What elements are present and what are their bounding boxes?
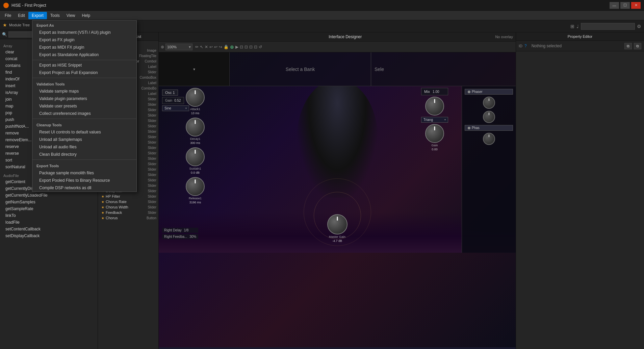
attack1-knob[interactable] <box>186 88 205 107</box>
global-toolbar: ⊕ ↺ ⌂ ☆ ⊞ ♩ ⚙ <box>98 20 644 32</box>
release1-knob[interactable] <box>186 177 205 196</box>
osc1-sine-dropdown[interactable]: Sine ▾ <box>162 105 189 111</box>
right-feedback-display: Right Feedba... 30% <box>162 234 198 239</box>
mix-knob[interactable] <box>425 97 444 116</box>
property-editor-id-label: ID <box>519 44 522 48</box>
cl-item-leftdelay-type: Slider <box>148 168 156 171</box>
release1-knob-container: Release1 3196 ms <box>186 177 205 204</box>
menu-validate-plugin-params[interactable]: Validate plugin parameters <box>32 95 136 102</box>
phaser-knob-3[interactable] <box>483 133 495 145</box>
star-icon-chorusrate: ★ <box>101 200 104 204</box>
search-icon: 🔍 <box>2 32 7 37</box>
cl-item-choruswidth[interactable]: ★ Chorus Width Slider <box>98 204 158 210</box>
sustain1-knob-value: 0.0 dB <box>191 171 200 174</box>
close-button[interactable]: ✕ <box>631 2 641 9</box>
menu-export-snippet[interactable]: Export as HISE Snippet <box>32 61 136 69</box>
settings-icon[interactable]: ⚙ <box>637 24 641 29</box>
phaser-knob-3-container <box>465 133 513 145</box>
menu-export-fx[interactable]: Export as FX plugin <box>32 36 136 44</box>
menu-collect-images[interactable]: Collect unreferenced images <box>32 110 136 117</box>
cl-item-rightfeedback-type: Slider <box>148 184 156 188</box>
menu-export[interactable]: Export <box>28 12 47 19</box>
add-icon[interactable]: ⊕ <box>230 44 234 50</box>
property-editor-paste-btn[interactable]: ⧉ <box>634 43 641 49</box>
reset-icon[interactable]: ↺ <box>259 45 262 49</box>
align-left-icon[interactable]: ⊡ <box>240 45 243 49</box>
menu-export-full-expansion[interactable]: Export Project as Full Expansion <box>32 69 136 76</box>
align-center-icon[interactable]: ⊡ <box>244 45 248 49</box>
menu-edit[interactable]: Edit <box>15 12 28 19</box>
redo-icon[interactable]: ↪ <box>219 45 222 49</box>
lock-icon[interactable]: 🔒 <box>224 45 229 49</box>
menu-unload-samplemaps[interactable]: Unload all Samplemaps <box>32 136 136 143</box>
bank-selector-3-panel: Sele <box>371 52 516 86</box>
audiofile-setcontentcallback[interactable]: setContentCallback <box>2 226 96 232</box>
menu-file[interactable]: File <box>1 12 15 19</box>
menu-unload-audio[interactable]: Unload all audio files <box>32 143 136 151</box>
menu-tools[interactable]: Tools <box>47 12 63 19</box>
menu-validate-user-presets[interactable]: Validate user presets <box>32 102 136 110</box>
cl-item-chorusrate[interactable]: ★ Chorus Rate Slider <box>98 199 158 204</box>
audiofile-loadfile[interactable]: loadFile <box>2 219 96 226</box>
cl-item-hpfilter[interactable]: ★ HP Filter Slider <box>98 194 158 199</box>
grid-icon[interactable]: ⊞ <box>570 24 574 29</box>
cl-item-chorus[interactable]: ★ Chorus Button <box>98 215 158 221</box>
music-icon[interactable]: ♩ <box>576 24 579 29</box>
maximize-button[interactable]: ☐ <box>620 2 630 9</box>
audiofile-linkto[interactable]: linkTo <box>2 212 96 219</box>
cl-item-chorusrate-type: Slider <box>148 200 156 204</box>
interface-designer-title: Interface Designer <box>329 34 362 39</box>
phaser-knob-2-container <box>465 111 513 123</box>
menu-clean-build[interactable]: Clean Build directory <box>32 151 136 158</box>
bank-selector-1-dropdown[interactable]: ▾ <box>193 67 195 72</box>
minimize-button[interactable]: — <box>610 2 619 9</box>
play-icon[interactable]: ▶ <box>235 45 238 49</box>
decay1-knob[interactable] <box>186 118 205 136</box>
align-right-icon[interactable]: ⊡ <box>249 45 253 49</box>
phaser-knob-1[interactable] <box>483 97 495 109</box>
gain2-knob[interactable] <box>425 124 444 143</box>
delete-icon[interactable]: ✕ <box>205 45 208 49</box>
osc2-dropdown-row[interactable]: Triang ▾ <box>421 117 448 123</box>
zoom-selector[interactable]: 100% ▾ <box>165 44 192 50</box>
cl-item-bg-type: Image <box>147 49 156 52</box>
menu-export-standalone[interactable]: Export as Standalone Application <box>32 51 136 58</box>
osc1-dropdown-row[interactable]: Sine ▾ <box>162 105 189 111</box>
menu-export-vsti[interactable]: Export as Instrument (VSTi / AUi) plugin <box>32 29 136 36</box>
property-editor-help-icon[interactable]: ? <box>524 44 527 48</box>
mid-area: Component List Root BG Image Presets Flo… <box>98 32 644 349</box>
zoom-value: 100% <box>167 45 177 49</box>
cl-item-knob1-type: Slider <box>148 97 156 101</box>
star-icon-feedback: ★ <box>101 211 104 215</box>
phaser-section: Phaser Phas <box>462 86 516 253</box>
undo2-icon[interactable]: ↩ <box>214 45 217 49</box>
sustain1-knob[interactable] <box>186 147 205 166</box>
sustain1-knob-label: Sustain1 <box>189 167 201 170</box>
property-editor-copy-btn[interactable]: ⧉ <box>624 43 632 49</box>
cl-item-chorusrate-name: Chorus Rate <box>106 200 127 204</box>
menu-reset-ui[interactable]: Reset UI controls to default values <box>32 128 136 136</box>
menu-export-binary[interactable]: Export Pooled Files to Binary Resource <box>32 177 136 184</box>
edit-icon[interactable]: ✏ <box>195 45 199 49</box>
cl-item-release-type: Slider <box>148 124 156 128</box>
audiofile-getnumsamples[interactable]: getNumSamples <box>2 199 96 205</box>
menu-package-monolith[interactable]: Package sample monolith files <box>32 169 136 177</box>
menu-compile-dsp[interactable]: Compile DSP networks as dll <box>32 184 136 192</box>
phaser-knob-2[interactable] <box>483 111 495 123</box>
audiofile-getcurrentlyloaded[interactable]: getCurrentlyLoadedFile <box>2 192 96 199</box>
audiofile-getsamplerate[interactable]: getSampleRate <box>2 205 96 212</box>
menu-help[interactable]: Help <box>79 12 94 19</box>
audiofile-setdisplaycallback[interactable]: setDisplayCallback <box>2 232 96 239</box>
distribute-icon[interactable]: ⊡ <box>254 45 257 49</box>
zoom-in-icon[interactable]: ⊕ <box>161 45 164 49</box>
mix-value: 1.00 <box>433 90 439 94</box>
menu-validate-sample-maps[interactable]: Validate sample maps <box>32 88 136 95</box>
menu-export-midi[interactable]: Export as MIDI FX plugin <box>32 44 136 51</box>
master-gain-knob[interactable] <box>327 214 347 234</box>
undo-icon[interactable]: ↩ <box>209 45 213 49</box>
cursor-icon[interactable]: ↖ <box>200 45 203 49</box>
menu-view[interactable]: View <box>63 12 79 19</box>
property-editor-content <box>516 51 644 349</box>
osc2-triangle-dropdown[interactable]: Triang ▾ <box>421 117 448 123</box>
cl-item-feedback[interactable]: ★ Feedback Slider <box>98 210 158 215</box>
